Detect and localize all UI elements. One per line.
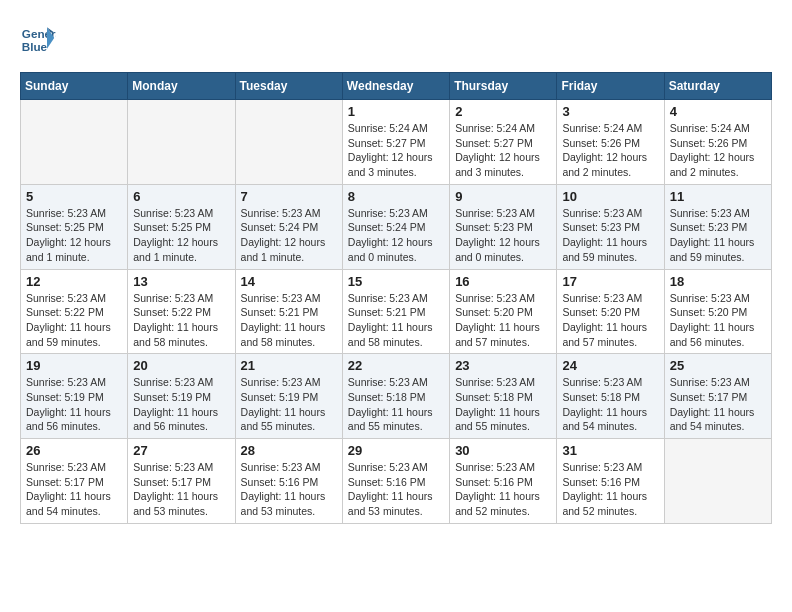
calendar-cell: 11Sunrise: 5:23 AM Sunset: 5:23 PM Dayli… (664, 184, 771, 269)
logo-icon: General Blue (20, 20, 56, 56)
day-info: Sunrise: 5:23 AM Sunset: 5:16 PM Dayligh… (348, 460, 444, 519)
calendar-cell: 3Sunrise: 5:24 AM Sunset: 5:26 PM Daylig… (557, 100, 664, 185)
day-number: 11 (670, 189, 766, 204)
calendar-week-3: 12Sunrise: 5:23 AM Sunset: 5:22 PM Dayli… (21, 269, 772, 354)
calendar-cell: 28Sunrise: 5:23 AM Sunset: 5:16 PM Dayli… (235, 439, 342, 524)
weekday-header-row: SundayMondayTuesdayWednesdayThursdayFrid… (21, 73, 772, 100)
day-info: Sunrise: 5:23 AM Sunset: 5:20 PM Dayligh… (670, 291, 766, 350)
calendar-cell: 23Sunrise: 5:23 AM Sunset: 5:18 PM Dayli… (450, 354, 557, 439)
calendar-cell: 8Sunrise: 5:23 AM Sunset: 5:24 PM Daylig… (342, 184, 449, 269)
day-number: 26 (26, 443, 122, 458)
weekday-saturday: Saturday (664, 73, 771, 100)
day-number: 31 (562, 443, 658, 458)
calendar-cell: 19Sunrise: 5:23 AM Sunset: 5:19 PM Dayli… (21, 354, 128, 439)
day-info: Sunrise: 5:23 AM Sunset: 5:23 PM Dayligh… (455, 206, 551, 265)
calendar-table: SundayMondayTuesdayWednesdayThursdayFrid… (20, 72, 772, 524)
calendar-cell: 21Sunrise: 5:23 AM Sunset: 5:19 PM Dayli… (235, 354, 342, 439)
calendar-cell (235, 100, 342, 185)
calendar-cell: 26Sunrise: 5:23 AM Sunset: 5:17 PM Dayli… (21, 439, 128, 524)
day-number: 4 (670, 104, 766, 119)
calendar-cell: 30Sunrise: 5:23 AM Sunset: 5:16 PM Dayli… (450, 439, 557, 524)
calendar-cell (128, 100, 235, 185)
day-info: Sunrise: 5:23 AM Sunset: 5:17 PM Dayligh… (133, 460, 229, 519)
day-number: 29 (348, 443, 444, 458)
calendar-cell: 25Sunrise: 5:23 AM Sunset: 5:17 PM Dayli… (664, 354, 771, 439)
day-number: 10 (562, 189, 658, 204)
day-info: Sunrise: 5:23 AM Sunset: 5:20 PM Dayligh… (455, 291, 551, 350)
day-number: 13 (133, 274, 229, 289)
day-info: Sunrise: 5:24 AM Sunset: 5:27 PM Dayligh… (348, 121, 444, 180)
day-info: Sunrise: 5:23 AM Sunset: 5:16 PM Dayligh… (455, 460, 551, 519)
calendar-cell: 10Sunrise: 5:23 AM Sunset: 5:23 PM Dayli… (557, 184, 664, 269)
day-info: Sunrise: 5:23 AM Sunset: 5:17 PM Dayligh… (26, 460, 122, 519)
calendar-cell: 1Sunrise: 5:24 AM Sunset: 5:27 PM Daylig… (342, 100, 449, 185)
day-info: Sunrise: 5:23 AM Sunset: 5:22 PM Dayligh… (133, 291, 229, 350)
day-number: 7 (241, 189, 337, 204)
day-number: 27 (133, 443, 229, 458)
day-info: Sunrise: 5:23 AM Sunset: 5:17 PM Dayligh… (670, 375, 766, 434)
page-header: General Blue (20, 20, 772, 56)
calendar-cell: 9Sunrise: 5:23 AM Sunset: 5:23 PM Daylig… (450, 184, 557, 269)
day-info: Sunrise: 5:23 AM Sunset: 5:18 PM Dayligh… (348, 375, 444, 434)
day-info: Sunrise: 5:23 AM Sunset: 5:18 PM Dayligh… (562, 375, 658, 434)
calendar-cell: 6Sunrise: 5:23 AM Sunset: 5:25 PM Daylig… (128, 184, 235, 269)
day-info: Sunrise: 5:23 AM Sunset: 5:23 PM Dayligh… (562, 206, 658, 265)
day-info: Sunrise: 5:23 AM Sunset: 5:24 PM Dayligh… (348, 206, 444, 265)
day-info: Sunrise: 5:23 AM Sunset: 5:18 PM Dayligh… (455, 375, 551, 434)
day-info: Sunrise: 5:23 AM Sunset: 5:25 PM Dayligh… (133, 206, 229, 265)
calendar-week-1: 1Sunrise: 5:24 AM Sunset: 5:27 PM Daylig… (21, 100, 772, 185)
day-info: Sunrise: 5:23 AM Sunset: 5:24 PM Dayligh… (241, 206, 337, 265)
calendar-week-5: 26Sunrise: 5:23 AM Sunset: 5:17 PM Dayli… (21, 439, 772, 524)
weekday-thursday: Thursday (450, 73, 557, 100)
day-number: 30 (455, 443, 551, 458)
weekday-tuesday: Tuesday (235, 73, 342, 100)
calendar-cell: 7Sunrise: 5:23 AM Sunset: 5:24 PM Daylig… (235, 184, 342, 269)
weekday-monday: Monday (128, 73, 235, 100)
calendar-cell: 15Sunrise: 5:23 AM Sunset: 5:21 PM Dayli… (342, 269, 449, 354)
day-info: Sunrise: 5:23 AM Sunset: 5:20 PM Dayligh… (562, 291, 658, 350)
calendar-body: 1Sunrise: 5:24 AM Sunset: 5:27 PM Daylig… (21, 100, 772, 524)
calendar-cell: 29Sunrise: 5:23 AM Sunset: 5:16 PM Dayli… (342, 439, 449, 524)
day-number: 8 (348, 189, 444, 204)
calendar-week-4: 19Sunrise: 5:23 AM Sunset: 5:19 PM Dayli… (21, 354, 772, 439)
day-number: 1 (348, 104, 444, 119)
calendar-cell (21, 100, 128, 185)
day-info: Sunrise: 5:24 AM Sunset: 5:26 PM Dayligh… (562, 121, 658, 180)
day-number: 6 (133, 189, 229, 204)
day-number: 25 (670, 358, 766, 373)
day-number: 5 (26, 189, 122, 204)
day-info: Sunrise: 5:23 AM Sunset: 5:16 PM Dayligh… (241, 460, 337, 519)
day-info: Sunrise: 5:23 AM Sunset: 5:16 PM Dayligh… (562, 460, 658, 519)
calendar-cell: 4Sunrise: 5:24 AM Sunset: 5:26 PM Daylig… (664, 100, 771, 185)
calendar-cell: 27Sunrise: 5:23 AM Sunset: 5:17 PM Dayli… (128, 439, 235, 524)
day-number: 14 (241, 274, 337, 289)
day-info: Sunrise: 5:23 AM Sunset: 5:21 PM Dayligh… (348, 291, 444, 350)
day-number: 17 (562, 274, 658, 289)
weekday-friday: Friday (557, 73, 664, 100)
day-number: 22 (348, 358, 444, 373)
calendar-cell: 17Sunrise: 5:23 AM Sunset: 5:20 PM Dayli… (557, 269, 664, 354)
day-info: Sunrise: 5:23 AM Sunset: 5:21 PM Dayligh… (241, 291, 337, 350)
logo: General Blue (20, 20, 58, 56)
calendar-cell: 14Sunrise: 5:23 AM Sunset: 5:21 PM Dayli… (235, 269, 342, 354)
day-info: Sunrise: 5:23 AM Sunset: 5:19 PM Dayligh… (26, 375, 122, 434)
weekday-wednesday: Wednesday (342, 73, 449, 100)
calendar-cell: 20Sunrise: 5:23 AM Sunset: 5:19 PM Dayli… (128, 354, 235, 439)
calendar-cell: 24Sunrise: 5:23 AM Sunset: 5:18 PM Dayli… (557, 354, 664, 439)
svg-text:Blue: Blue (22, 40, 48, 53)
day-number: 24 (562, 358, 658, 373)
day-info: Sunrise: 5:23 AM Sunset: 5:25 PM Dayligh… (26, 206, 122, 265)
day-number: 28 (241, 443, 337, 458)
calendar-cell: 2Sunrise: 5:24 AM Sunset: 5:27 PM Daylig… (450, 100, 557, 185)
calendar-cell (664, 439, 771, 524)
day-number: 15 (348, 274, 444, 289)
day-info: Sunrise: 5:24 AM Sunset: 5:27 PM Dayligh… (455, 121, 551, 180)
calendar-cell: 5Sunrise: 5:23 AM Sunset: 5:25 PM Daylig… (21, 184, 128, 269)
day-info: Sunrise: 5:24 AM Sunset: 5:26 PM Dayligh… (670, 121, 766, 180)
calendar-cell: 31Sunrise: 5:23 AM Sunset: 5:16 PM Dayli… (557, 439, 664, 524)
day-info: Sunrise: 5:23 AM Sunset: 5:22 PM Dayligh… (26, 291, 122, 350)
day-info: Sunrise: 5:23 AM Sunset: 5:19 PM Dayligh… (133, 375, 229, 434)
day-info: Sunrise: 5:23 AM Sunset: 5:19 PM Dayligh… (241, 375, 337, 434)
day-number: 21 (241, 358, 337, 373)
calendar-cell: 16Sunrise: 5:23 AM Sunset: 5:20 PM Dayli… (450, 269, 557, 354)
